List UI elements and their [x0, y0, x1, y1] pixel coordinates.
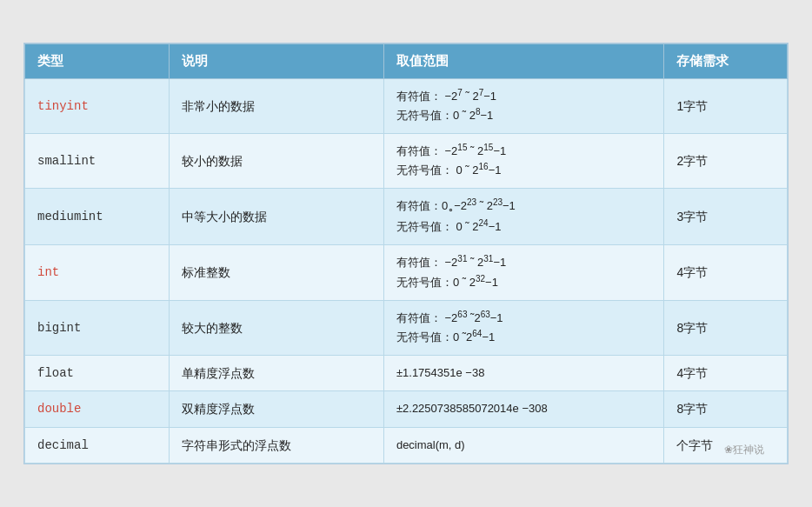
- header-storage: 存储需求: [664, 43, 788, 78]
- table-row: mediumint中等大小的数据有符值：0∘−223 ˜ 223−1无符号值： …: [25, 189, 788, 245]
- data-table: 类型 说明 取值范围 存储需求 tinyint非常小的数据有符值： −27 ˜ …: [23, 43, 789, 464]
- table-row: float单精度浮点数±1.1754351e −384字节: [25, 355, 788, 390]
- cell-storage: 2字节: [664, 134, 788, 189]
- cell-type: int: [25, 245, 170, 300]
- cell-storage: 个字节: [664, 427, 788, 463]
- cell-desc: 单精度浮点数: [170, 355, 384, 390]
- table-row: decimal字符串形式的浮点数decimal(m, d)个字节: [25, 427, 788, 463]
- cell-storage: 8字节: [664, 300, 788, 355]
- header-type: 类型: [25, 43, 170, 78]
- cell-desc: 较小的数据: [170, 134, 384, 189]
- table-row: int标准整数有符值： −231 ˜ 231−1无符号值：0 ˜ 232−14字…: [25, 245, 788, 300]
- cell-range: 有符值：0∘−223 ˜ 223−1无符号值： 0 ˜ 224−1: [383, 189, 664, 245]
- cell-range: 有符值： −215 ˜ 215−1无符号值： 0 ˜ 216−1: [383, 134, 664, 189]
- cell-desc: 双精度浮点数: [170, 391, 384, 427]
- cell-storage: 3字节: [664, 189, 788, 245]
- cell-range: 有符值： −263 ˜263−1无符号值：0 ˜264−1: [383, 300, 664, 355]
- table-header: 类型 说明 取值范围 存储需求: [25, 43, 788, 78]
- cell-desc: 非常小的数据: [170, 78, 384, 133]
- table-row: smallint较小的数据有符值： −215 ˜ 215−1无符号值： 0 ˜ …: [25, 134, 788, 189]
- cell-type: decimal: [25, 427, 170, 463]
- cell-range: decimal(m, d): [383, 427, 664, 463]
- cell-desc: 较大的整数: [170, 300, 384, 355]
- cell-range: 有符值： −231 ˜ 231−1无符号值：0 ˜ 232−1: [383, 245, 664, 300]
- cell-type: mediumint: [25, 189, 170, 245]
- cell-range: 有符值： −27 ˜ 27−1无符号值：0 ˜ 28−1: [383, 78, 664, 133]
- cell-type: smallint: [25, 134, 170, 189]
- cell-storage: 4字节: [664, 245, 788, 300]
- cell-desc: 中等大小的数据: [170, 189, 384, 245]
- cell-type: float: [25, 355, 170, 390]
- header-range: 取值范围: [383, 43, 664, 78]
- cell-desc: 标准整数: [170, 245, 384, 300]
- table-row: double双精度浮点数±2.2250738585072014e −3088字节: [25, 391, 788, 427]
- cell-storage: 8字节: [664, 391, 788, 427]
- cell-storage: 1字节: [664, 78, 788, 133]
- cell-type: bigint: [25, 300, 170, 355]
- table-row: bigint较大的整数有符值： −263 ˜263−1无符号值：0 ˜264−1…: [25, 300, 788, 355]
- cell-desc: 字符串形式的浮点数: [170, 427, 384, 463]
- cell-range: ±1.1754351e −38: [383, 355, 664, 390]
- table-row: tinyint非常小的数据有符值： −27 ˜ 27−1无符号值：0 ˜ 28−…: [25, 78, 788, 133]
- cell-type: tinyint: [25, 78, 170, 133]
- cell-range: ±2.2250738585072014e −308: [383, 391, 664, 427]
- cell-storage: 4字节: [664, 355, 788, 390]
- table-body: tinyint非常小的数据有符值： −27 ˜ 27−1无符号值：0 ˜ 28−…: [25, 78, 788, 463]
- cell-type: double: [25, 391, 170, 427]
- header-desc: 说明: [170, 43, 384, 78]
